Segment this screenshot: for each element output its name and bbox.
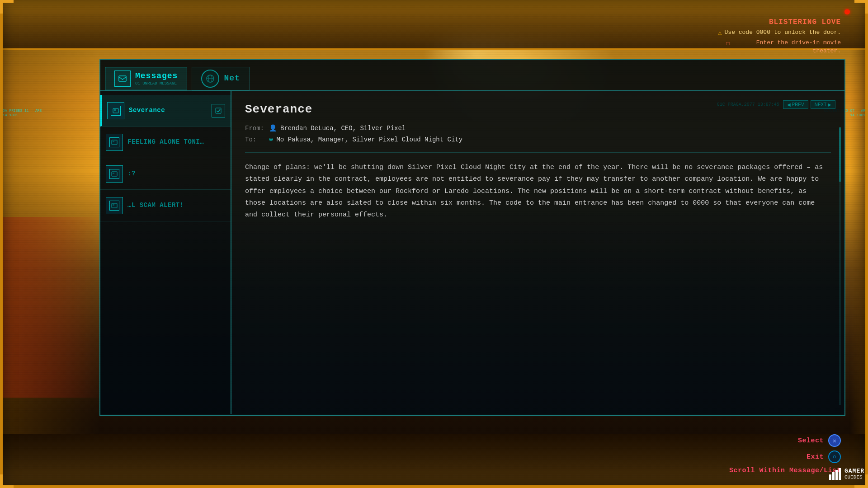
bar1 xyxy=(829,474,831,480)
msg-icon-inner-scam-alert xyxy=(109,201,119,211)
indicator-top-left: OA PRISES 11 - ARE 14 1801 xyxy=(3,108,42,118)
warning-icon: ⚠ xyxy=(718,29,722,37)
control-scroll: Scroll Within Message/List xyxy=(729,467,841,474)
control-select: Select ✕ xyxy=(798,434,841,447)
detail-top-right: 01C_PRAGA.2077 13:87:45 ◀ PREV NEXT ▶ xyxy=(717,100,835,109)
detail-timestamp: 01C_PRAGA.2077 13:87:45 xyxy=(717,102,779,107)
watermark-icon xyxy=(829,468,841,480)
msg-icon-unknown xyxy=(106,165,123,183)
net-tab-content: Net xyxy=(224,74,240,84)
next-msg-button[interactable]: NEXT ▶ xyxy=(811,100,835,109)
svg-rect-5 xyxy=(114,109,116,111)
detail-to-row: To: ⊕ Mo Pakusa, Manager, Silver Pixel C… xyxy=(245,136,831,143)
scroll-control-label: Scroll Within Message/List xyxy=(729,467,841,474)
msg-icon-feeling-alone xyxy=(106,134,123,151)
msg-icon-severance xyxy=(107,102,124,119)
messages-tab-label: Messages xyxy=(135,71,178,80)
message-item-feeling-alone[interactable]: FEELING ALONE TONI… xyxy=(100,127,231,158)
msg-icon-inner-severance xyxy=(111,106,121,116)
watermark-guides: GUIDES xyxy=(844,474,864,480)
side-left-decoration xyxy=(0,50,99,434)
message-item-unknown[interactable]: :? xyxy=(100,158,231,190)
msg-title-severance: Severance xyxy=(129,106,165,114)
corner-bl xyxy=(0,474,14,488)
network-icon: ⊕ xyxy=(269,136,273,143)
select-control-label: Select xyxy=(798,437,824,445)
detail-from-row: From: 👤 Brendan DeLuca, CEO, Silver Pixe… xyxy=(245,124,831,132)
exit-control-label: Exit xyxy=(807,453,824,461)
svg-rect-14 xyxy=(113,204,114,206)
to-label: To: xyxy=(245,136,265,143)
quest-obj-1-text: Use code 0000 to unlock the door. xyxy=(725,28,841,37)
message-detail: 01C_PRAGA.2077 13:87:45 ◀ PREV NEXT ▶ Se… xyxy=(231,91,844,414)
watermark-text: GAMER GUIDES xyxy=(844,468,864,480)
svg-line-8 xyxy=(218,109,220,112)
msg-title-feeling-alone: FEELING ALONE TONI… xyxy=(127,138,204,146)
from-label: From: xyxy=(245,125,265,132)
corner-tr xyxy=(854,0,868,14)
message-body: Change of plans: we'll be shutting down … xyxy=(245,162,831,221)
hud-quest: BLISTERING LOVE ⚠ Use code 0000 to unloc… xyxy=(718,18,841,56)
msg-title-unknown: :? xyxy=(127,169,136,178)
tab-bar: Messages 01 UNREAD MESSAGE Net xyxy=(100,60,844,91)
select-button[interactable]: ✕ xyxy=(828,434,841,447)
watermark: GAMER GUIDES xyxy=(829,468,864,480)
bar2 xyxy=(832,472,835,480)
svg-rect-6 xyxy=(216,108,221,113)
controls-bar: Select ✕ Exit ○ Scroll Within Message/Li… xyxy=(729,434,841,474)
person-icon: 👤 xyxy=(269,124,277,132)
message-item-scam-alert[interactable]: …L SCAM ALERT! xyxy=(100,190,231,221)
detail-buttons: ◀ PREV NEXT ▶ xyxy=(783,100,835,109)
side-right-decoration xyxy=(850,50,868,434)
corner-tl xyxy=(0,0,14,14)
scroll-thumb xyxy=(839,127,841,182)
exit-button[interactable]: ○ xyxy=(828,450,841,463)
msg-title-scam-alert: …L SCAM ALERT! xyxy=(127,201,184,209)
message-item-severance[interactable]: Severance xyxy=(100,95,231,127)
msg-icon-inner-feeling-alone xyxy=(109,137,119,147)
quest-objective-2: ☐ Enter the drive-in movie theater. xyxy=(718,39,841,55)
messages-tab-content: Messages 01 UNREAD MESSAGE xyxy=(135,71,178,86)
net-tab-label: Net xyxy=(224,74,240,83)
net-tab-icon xyxy=(201,70,219,88)
msg-icon-scam-alert xyxy=(106,197,123,214)
messages-tab-sublabel: 01 UNREAD MESSAGE xyxy=(135,81,178,86)
svg-rect-0 xyxy=(119,76,126,81)
msg-icon-inner-unknown xyxy=(109,169,119,179)
message-body-text: Change of plans: we'll be shutting down … xyxy=(245,164,823,219)
recording-indicator xyxy=(844,9,850,14)
bar3 xyxy=(835,470,838,480)
detail-divider xyxy=(245,152,831,153)
scroll-bar[interactable] xyxy=(839,127,841,405)
watermark-gamer: GAMER xyxy=(844,468,864,474)
messages-tab-icon xyxy=(114,70,131,87)
quest-obj-2-text: Enter the drive-in movie theater. xyxy=(732,39,841,55)
to-value: Mo Pakusa, Manager, Silver Pixel Cloud N… xyxy=(276,136,462,143)
from-value: Brendan DeLuca, CEO, Silver Pixel xyxy=(280,125,406,132)
bar4 xyxy=(839,468,841,480)
tab-messages[interactable]: Messages 01 UNREAD MESSAGE xyxy=(105,67,187,90)
checkbox-icon: ☐ xyxy=(726,39,730,47)
quest-title: BLISTERING LOVE xyxy=(718,18,841,26)
content-area: Severance xyxy=(100,91,844,414)
main-panel: Messages 01 UNREAD MESSAGE Net xyxy=(99,59,845,416)
svg-rect-10 xyxy=(113,141,114,142)
tab-net[interactable]: Net xyxy=(192,67,249,90)
svg-rect-12 xyxy=(113,173,114,174)
quest-objective-1: ⚠ Use code 0000 to unlock the door. xyxy=(718,28,841,37)
message-list: Severance xyxy=(100,91,231,414)
msg-read-icon-severance xyxy=(212,104,225,117)
control-exit: Exit ○ xyxy=(807,450,841,463)
prev-msg-button[interactable]: ◀ PREV xyxy=(783,100,808,109)
